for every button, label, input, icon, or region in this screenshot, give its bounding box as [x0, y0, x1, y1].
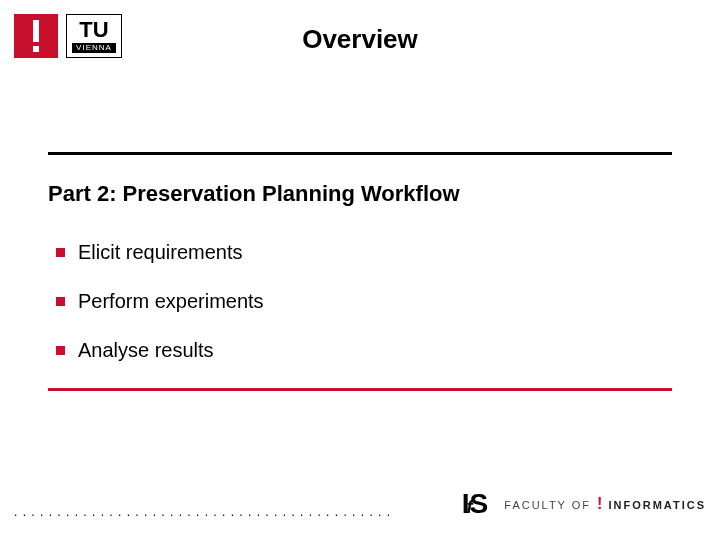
faculty-label: FACULTY OF ! INFORMATICS — [504, 495, 706, 513]
list-item: Elicit requirements — [78, 241, 672, 264]
divider-bottom — [48, 388, 672, 391]
slide-body: Part 2: Preservation Planning Workflow E… — [48, 152, 672, 391]
bullet-list: Elicit requirements Perform experiments … — [48, 241, 672, 362]
dot-rule: . . . . . . . . . . . . . . . . . . . . … — [14, 505, 391, 519]
list-item: Analyse results — [78, 339, 672, 362]
divider-top — [48, 152, 672, 155]
exclaim-icon: ! — [597, 495, 602, 513]
slide-subtitle: Part 2: Preservation Planning Workflow — [48, 181, 672, 207]
slide-footer: . . . . . . . . . . . . . . . . . . . . … — [14, 488, 706, 520]
list-item: Perform experiments — [78, 290, 672, 313]
slide-title: Overview — [0, 24, 720, 55]
footer-logos: I f S FACULTY OF ! INFORMATICS — [462, 488, 706, 520]
ifs-logo-s: S — [470, 488, 487, 520]
faculty-prefix: FACULTY OF — [504, 499, 591, 511]
faculty-name: INFORMATICS — [608, 499, 706, 511]
ifs-logo: I f S — [462, 488, 486, 520]
